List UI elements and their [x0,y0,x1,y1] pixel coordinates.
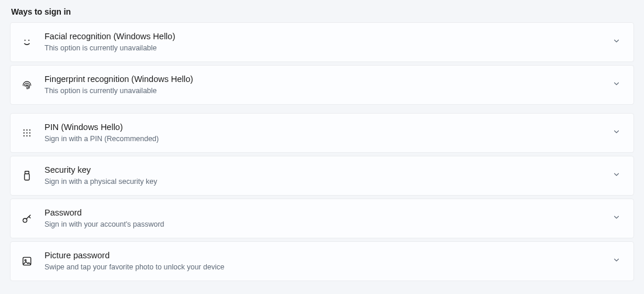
svg-point-15 [25,259,26,261]
option-title: PIN (Windows Hello) [44,122,605,133]
svg-point-9 [26,135,28,136]
usb-key-icon [21,170,44,182]
option-security-key[interactable]: Security key Sign in with a physical sec… [10,156,634,196]
chevron-down-icon [605,170,621,181]
option-title: Picture password [44,250,605,261]
svg-point-6 [26,132,28,134]
chevron-down-icon [605,37,621,47]
option-title: Facial recognition (Windows Hello) [44,31,605,42]
chevron-down-icon [605,256,621,266]
option-subtitle: Sign in with your account's password [44,220,605,229]
pin-keypad-icon [21,127,44,139]
signin-options-list: Facial recognition (Windows Hello) This … [10,22,634,281]
picture-icon [21,255,44,267]
svg-point-3 [26,129,28,131]
chevron-down-icon [605,128,621,138]
option-subtitle: This option is currently unavailable [44,43,605,53]
fingerprint-icon [21,79,44,91]
svg-point-2 [23,129,25,131]
svg-point-7 [29,132,30,134]
option-facial-recognition[interactable]: Facial recognition (Windows Hello) This … [10,22,634,62]
option-title: Fingerprint recognition (Windows Hello) [44,74,605,85]
chevron-down-icon [605,80,621,90]
svg-rect-12 [25,174,29,180]
option-title: Security key [44,165,605,176]
svg-point-4 [29,129,30,131]
option-fingerprint[interactable]: Fingerprint recognition (Windows Hello) … [10,65,634,105]
option-subtitle: Swipe and tap your favorite photo to unl… [44,262,605,272]
option-subtitle: This option is currently unavailable [44,86,605,95]
option-picture-password[interactable]: Picture password Swipe and tap your favo… [10,241,634,281]
svg-point-8 [23,135,25,136]
option-title: Password [44,207,605,218]
chevron-down-icon [605,213,621,224]
svg-point-10 [29,135,30,136]
face-icon [21,36,44,48]
option-subtitle: Sign in with a PIN (Recommended) [44,134,605,143]
option-password[interactable]: Password Sign in with your account's pas… [10,199,634,238]
svg-point-1 [28,40,29,41]
svg-point-0 [25,40,26,41]
svg-point-5 [23,132,25,134]
option-pin[interactable]: PIN (Windows Hello) Sign in with a PIN (… [10,113,634,153]
key-icon [21,213,44,224]
option-subtitle: Sign in with a physical security key [44,177,605,186]
section-heading: Ways to sign in [10,7,634,16]
